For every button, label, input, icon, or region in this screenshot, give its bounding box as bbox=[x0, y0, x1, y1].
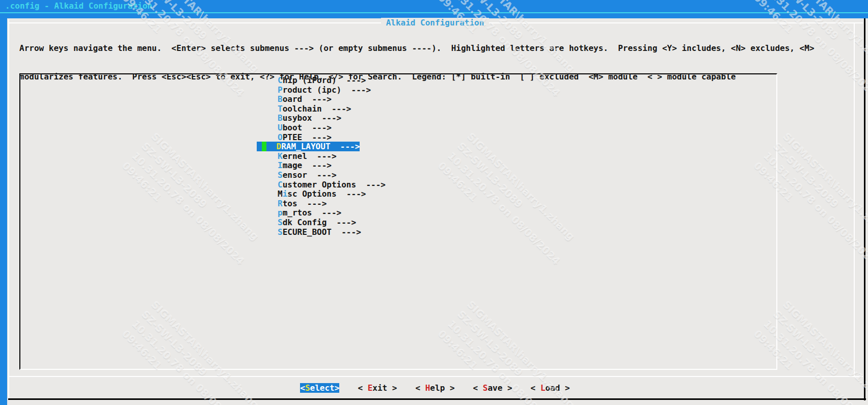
menu-item-toolchain[interactable]: Toolchain ---> bbox=[20, 104, 776, 114]
dialog-right-rule bbox=[854, 22, 855, 377]
window-title: .config - Alkaid Configuration bbox=[5, 1, 152, 11]
hotkey-letter: L bbox=[540, 383, 546, 393]
hotkey-letter: D bbox=[277, 142, 282, 151]
dialog-right-shadow bbox=[864, 18, 865, 400]
save-button[interactable]: < Save > bbox=[473, 383, 512, 393]
menu-item-dram-layout[interactable]: DRAM_LAYOUT ---> bbox=[20, 142, 776, 152]
button-row: <Select>< Exit >< Help >< Save >< Load > bbox=[7, 383, 863, 393]
menu-item-sdk-config[interactable]: Sdk Config ---> bbox=[20, 218, 776, 228]
help-button[interactable]: < Help > bbox=[415, 383, 454, 393]
hotkey-letter: O bbox=[278, 132, 283, 142]
menu-item-busybox[interactable]: Busybox ---> bbox=[20, 114, 776, 123]
terminal-screen: .config - Alkaid Configuration Alkaid Co… bbox=[0, 0, 868, 405]
menu-item-sensor[interactable]: Sensor ---> bbox=[20, 171, 776, 180]
hotkey-letter: S bbox=[305, 383, 310, 393]
hotkey-letter: S bbox=[483, 383, 488, 393]
hotkey-letter: S bbox=[278, 227, 283, 237]
menu-item-customer-options[interactable]: Customer Options ---> bbox=[20, 180, 776, 190]
selection-highlight: DRAM_LAYOUT ---> bbox=[257, 142, 360, 151]
load-button[interactable]: < Load > bbox=[531, 383, 570, 393]
select-button[interactable]: <Select> bbox=[300, 383, 339, 393]
hotkey-letter: E bbox=[368, 383, 373, 393]
help-text: Arrow keys navigate the menu. <Enter> se… bbox=[19, 25, 815, 101]
config-dialog: Alkaid Configuration Arrow keys navigate… bbox=[7, 18, 868, 405]
menu-item-optee[interactable]: OPTEE ---> bbox=[20, 133, 776, 143]
menu-item-rtos[interactable]: Rtos ---> bbox=[20, 199, 776, 209]
menu-item-pm-rtos[interactable]: pm_rtos ---> bbox=[20, 208, 776, 218]
hotkey-letter: C bbox=[278, 180, 283, 190]
hotkey-letter: I bbox=[278, 160, 283, 170]
titlebar-separator-line bbox=[0, 12, 868, 13]
exit-button[interactable]: < Exit > bbox=[358, 383, 397, 393]
hotkey-letter: p bbox=[278, 208, 283, 218]
hotkey-letter: U bbox=[278, 123, 283, 132]
help-text-line1: Arrow keys navigate the menu. <Enter> se… bbox=[19, 44, 815, 53]
menu-item-image[interactable]: Image ---> bbox=[20, 161, 776, 171]
menu-list-box: Chip (iFord) --->Product (ipc) --->Board… bbox=[19, 73, 777, 370]
dialog-left-highlight bbox=[8, 19, 9, 399]
cursor-block-icon bbox=[262, 142, 267, 151]
hotkey-letter: B bbox=[278, 113, 283, 123]
dialog-title: Alkaid Configuration bbox=[7, 18, 863, 28]
menu-item-secure-boot[interactable]: SECURE_BOOT ---> bbox=[20, 228, 776, 237]
menu-item-uboot[interactable]: Uboot ---> bbox=[20, 123, 776, 133]
menu-item-misc-options[interactable]: Misc Options ---> bbox=[20, 190, 776, 199]
dialog-bottom-shadow bbox=[8, 398, 866, 400]
hotkey-letter: H bbox=[425, 383, 430, 393]
menu-item-kernel[interactable]: Kernel ---> bbox=[20, 152, 776, 161]
hotkey-letter: R bbox=[278, 199, 283, 208]
hotkey-letter: i bbox=[283, 189, 288, 199]
hotkey-letter: S bbox=[278, 218, 283, 227]
hotkey-letter: K bbox=[278, 151, 283, 161]
hotkey-letter: S bbox=[278, 170, 283, 180]
button-separator-line bbox=[9, 376, 863, 377]
help-text-line2: modularizes features. Press <Esc><Esc> t… bbox=[19, 72, 815, 82]
hotkey-letter: T bbox=[278, 104, 283, 114]
